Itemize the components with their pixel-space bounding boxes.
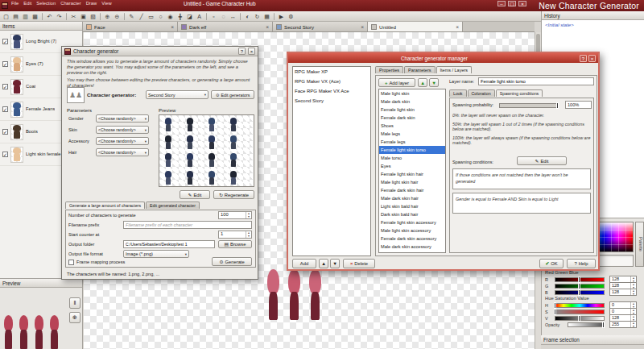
generator-select[interactable]: Second Story▾	[146, 90, 208, 99]
edit-generators-button[interactable]: ⚙Edit generators	[211, 90, 254, 99]
prefix-input[interactable]	[123, 221, 252, 229]
item-checkbox[interactable]: ✓	[2, 106, 8, 112]
menu-item[interactable]: Edit	[23, 1, 31, 6]
spinner[interactable]: ▴▾	[630, 315, 636, 321]
layer-list-item[interactable]: Male light skin	[379, 89, 445, 98]
layer-list-item[interactable]: Female legs	[379, 138, 445, 146]
layer-list-item[interactable]: Female light skin torso	[379, 146, 445, 154]
generator-list-item[interactable]: Face RPG Maker VX Ace	[293, 86, 370, 96]
rotate-icon[interactable]: ↻	[253, 12, 262, 21]
menu-item[interactable]: Character	[60, 1, 80, 6]
paste-icon[interactable]: ▧	[89, 12, 97, 21]
settings-icon[interactable]: ⚙	[287, 12, 295, 21]
layer-list-item[interactable]: Female light skin accessory	[379, 218, 445, 226]
pause-animation-button[interactable]: ‖	[69, 297, 80, 309]
ok-button[interactable]: ✔OK	[539, 259, 564, 268]
close-icon[interactable]: ×	[518, 1, 526, 6]
slider-track[interactable]	[555, 303, 605, 308]
probability-value-box[interactable]: 100%	[565, 101, 592, 109]
layer-list-item[interactable]: Male dark skin hair	[379, 194, 445, 202]
slider-handle[interactable]	[578, 283, 580, 289]
layer-name-input[interactable]	[478, 77, 594, 85]
dialog-help-button[interactable]: ?	[238, 48, 246, 55]
save-all-icon[interactable]: ▩	[31, 12, 39, 21]
frame-mapping-checkbox[interactable]	[68, 260, 74, 265]
generator-list-item[interactable]: RPG Maker VX (Ace)	[293, 77, 370, 86]
layer-detail-tab[interactable]: Spawning conditions	[496, 89, 543, 97]
eraser-icon[interactable]: ◪	[185, 12, 194, 21]
document-tab[interactable]: Face ×	[83, 22, 178, 31]
manager-tab[interactable]: Parameters	[404, 66, 435, 73]
line-icon[interactable]: ╱	[137, 12, 146, 21]
zoom-in-icon[interactable]: ⊕	[103, 12, 112, 21]
dialog-close-button[interactable]: ×	[248, 48, 255, 55]
pencil-icon[interactable]: ✎	[127, 12, 136, 21]
dialog-close-button[interactable]: ×	[588, 55, 596, 62]
spin-down-icon[interactable]: ▾	[631, 293, 636, 296]
slider-handle[interactable]	[554, 309, 556, 315]
delete-generator-button[interactable]: ×Delete	[343, 259, 375, 268]
slider-handle[interactable]	[578, 276, 580, 283]
menu-item[interactable]: Selection	[36, 1, 56, 6]
frame-selection-header[interactable]: Frame selection	[541, 335, 644, 345]
undo-icon[interactable]: ↶	[45, 12, 54, 21]
spinner[interactable]: ▴▾	[246, 231, 251, 238]
grid-icon[interactable]: ▦	[262, 12, 271, 21]
slider-handle[interactable]	[554, 302, 556, 309]
spinner[interactable]: ▴▾	[630, 276, 636, 282]
layer-list-item[interactable]: Light skin bald hair	[379, 202, 445, 210]
save-icon[interactable]: ▥	[21, 12, 30, 21]
layer-detail-tab[interactable]: Look	[449, 89, 467, 97]
spinner[interactable]: ▴▾	[630, 322, 636, 327]
lasso-icon[interactable]: ◌	[219, 12, 228, 21]
document-tab[interactable]: Dark elf ×	[178, 22, 273, 31]
move-layer-down-button[interactable]: ▼	[429, 78, 439, 87]
cut-icon[interactable]: ✂	[69, 12, 78, 21]
browse-button[interactable]: ▤Browse	[218, 240, 252, 248]
layer-list-item[interactable]: Male light skin accessory	[379, 226, 445, 235]
layer-list-item[interactable]: Male torso	[379, 154, 445, 162]
text-icon[interactable]: A	[195, 12, 204, 21]
parameter-select[interactable]: <Choose randomly>▾	[96, 114, 149, 123]
parameter-select[interactable]: <Choose randomly>▾	[96, 148, 149, 156]
fill-icon[interactable]: ◉	[166, 12, 175, 21]
spinner[interactable]: ▴▾	[630, 309, 636, 314]
channel-value-box[interactable]: 128 ▴▾	[609, 289, 637, 296]
edit-preview-button[interactable]: ✎Edit	[180, 190, 210, 199]
add-layer-button[interactable]: +Add layer	[378, 78, 415, 87]
layer-detail-tab[interactable]: Coloration	[468, 89, 495, 97]
layer-list-item[interactable]: Female dark skin hair	[379, 186, 445, 194]
spin-down-icon[interactable]: ▾	[246, 215, 251, 218]
generator-tab[interactable]: Edit generated character	[146, 202, 200, 209]
output-format-select[interactable]: Image (*.png)▾	[123, 250, 189, 258]
move-layer-up-button[interactable]: ▲	[418, 78, 427, 87]
select-rect-icon[interactable]: ▫	[209, 12, 218, 21]
manager-tab[interactable]: Items / Layers	[436, 66, 473, 73]
count-spinbox[interactable]: 100 ▴▾	[218, 211, 252, 219]
slider-track[interactable]	[555, 316, 605, 321]
maximize-icon[interactable]: ▢	[508, 1, 516, 6]
layer-list-item[interactable]: Dark skin bald hair	[379, 210, 445, 218]
help-button[interactable]: ?Help	[567, 259, 596, 268]
slider-track[interactable]	[555, 284, 605, 289]
layer-list-item[interactable]: Female dark skin accessory	[379, 235, 445, 243]
counter-spinbox[interactable]: 1 ▴▾	[218, 231, 252, 239]
rectangle-icon[interactable]: ▭	[147, 12, 155, 21]
generator-list-item[interactable]: Second Story	[293, 96, 370, 106]
new-file-icon[interactable]: ▢	[2, 12, 10, 21]
generator-tab[interactable]: Generate a large amount of characters	[65, 202, 145, 209]
slider-handle[interactable]	[556, 102, 559, 109]
slider-track[interactable]	[555, 290, 605, 295]
add-generator-button[interactable]: Add	[292, 259, 316, 268]
ellipse-icon[interactable]: ○	[156, 12, 165, 21]
item-checkbox[interactable]: ✓	[2, 61, 8, 67]
move-generator-down-button[interactable]: ▼	[330, 259, 340, 268]
layer-list-item[interactable]: Shoes	[379, 122, 445, 130]
spin-down-icon[interactable]: ▾	[631, 325, 636, 328]
palette-side-tab[interactable]: Palette	[635, 222, 644, 267]
zoom-out-icon[interactable]: ⊖	[113, 12, 122, 21]
edit-conditions-button[interactable]: ✎Edit	[517, 156, 567, 165]
menu-item[interactable]: View	[101, 1, 111, 6]
redo-icon[interactable]: ↷	[55, 12, 64, 21]
slider-handle[interactable]	[578, 315, 580, 322]
